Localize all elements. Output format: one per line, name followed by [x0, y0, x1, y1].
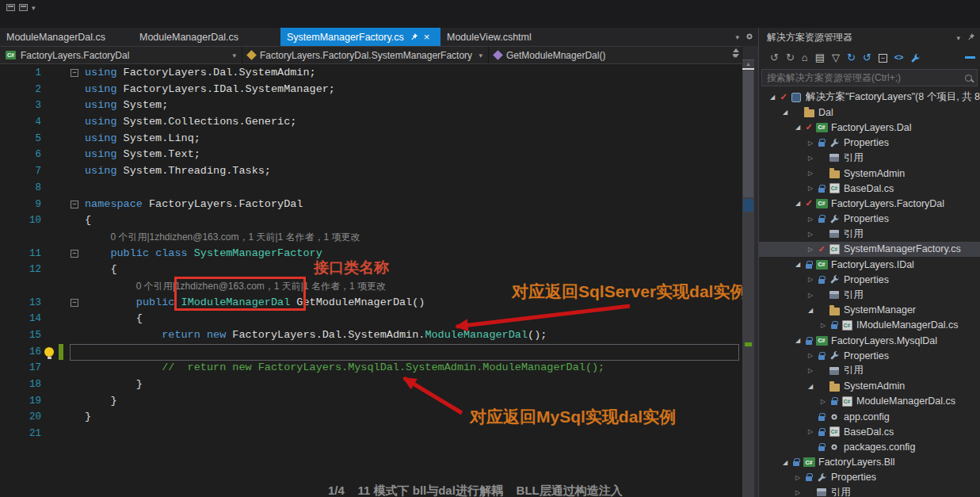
- line-number[interactable]: 4: [0, 114, 41, 131]
- line-number[interactable]: 12: [0, 262, 41, 278]
- expander-closed-icon[interactable]: ▷: [805, 231, 816, 238]
- sync-with-active-document-icon[interactable]: ↻: [847, 52, 856, 63]
- tree-item-properties[interactable]: ▷Properties: [759, 470, 980, 485]
- line-number[interactable]: 13: [0, 295, 41, 312]
- tree-item-systemadmin[interactable]: ◢SystemAdmin: [759, 379, 980, 394]
- line-number[interactable]: 10: [0, 212, 41, 229]
- fold-collapse-icon[interactable]: −: [71, 299, 78, 307]
- expander-closed-icon[interactable]: ▷: [805, 428, 816, 435]
- tree-item-row-4[interactable]: ▷引用: [759, 151, 980, 166]
- tab-modulemanagerdal-cs[interactable]: ModuleManagerDal.cs: [133, 28, 280, 46]
- expander-closed-icon[interactable]: ▷: [805, 155, 816, 162]
- scrollbar-up-arrow-icon[interactable]: ▲: [742, 61, 754, 67]
- tab-overflow-chevron-icon[interactable]: ▾: [735, 33, 739, 41]
- line-number[interactable]: 1: [0, 65, 41, 82]
- window-icon[interactable]: [6, 4, 15, 11]
- line-number[interactable]: 17: [0, 360, 41, 377]
- expander-closed-icon[interactable]: ▷: [792, 489, 803, 496]
- scrollbar-split-handle[interactable]: [742, 46, 754, 60]
- code-line-4[interactable]: 4using System.Collections.Generic;: [0, 114, 742, 131]
- expander-open-icon[interactable]: ◢: [780, 459, 791, 466]
- tree-item-systemmanager[interactable]: ◢SystemManager: [759, 303, 980, 318]
- code-line-16[interactable]: 16: [0, 344, 742, 361]
- search-icon[interactable]: [965, 75, 972, 82]
- code-line-10[interactable]: 10{: [0, 212, 742, 229]
- expander-open-icon[interactable]: ◢: [792, 124, 803, 131]
- code-line-8[interactable]: 8: [0, 180, 742, 197]
- collapse-all-icon[interactable]: −: [879, 54, 887, 63]
- code-line-9[interactable]: 9−namespace FactoryLayers.FactoryDal: [0, 197, 742, 213]
- gear-icon[interactable]: [745, 30, 754, 44]
- code-line-17[interactable]: 17 // return new FactoryLayers.MysqlDal.…: [0, 360, 742, 377]
- tree-item-row-18[interactable]: ▷引用: [759, 363, 980, 378]
- search-box[interactable]: [761, 69, 978, 86]
- expander-open-icon[interactable]: ◢: [780, 109, 791, 116]
- tree-item-properties[interactable]: ▷Properties: [759, 136, 980, 151]
- line-number[interactable]: 6: [0, 147, 41, 163]
- refresh-icon[interactable]: ↺: [863, 52, 871, 63]
- tree-item-systemmanagerfactory.cs[interactable]: ▷✓C#SystemManagerFactory.cs: [759, 242, 980, 257]
- expander-closed-icon[interactable]: ▷: [805, 246, 816, 253]
- show-all-files-icon[interactable]: ▤: [815, 52, 825, 63]
- expander-open-icon[interactable]: ◢: [805, 307, 816, 314]
- expander-closed-icon[interactable]: ▷: [818, 398, 829, 405]
- tree-item-factorylayers.mysqldal[interactable]: ◢C#FactoryLayers.MysqlDal: [759, 333, 980, 348]
- code-line-15[interactable]: 15 return new FactoryLayers.Dal.SystemAd…: [0, 327, 742, 344]
- pin-icon[interactable]: [410, 32, 418, 41]
- tree-item-properties[interactable]: ▷Properties: [759, 272, 980, 287]
- chevron-down-icon[interactable]: ▾: [956, 34, 960, 42]
- code-editor[interactable]: 1−using FactoryLayers.Dal.SystemAdmin;2u…: [0, 64, 742, 497]
- line-number[interactable]: 14: [0, 311, 41, 327]
- code-line-14[interactable]: 14 {: [0, 311, 742, 327]
- tree-item-app.config[interactable]: app.config: [759, 409, 980, 424]
- solution-explorer-search-input[interactable]: [767, 72, 965, 83]
- tree-item-properties[interactable]: ▷Properties: [759, 212, 980, 227]
- tab-moduleview-cshtml[interactable]: ModuleView.cshtml: [440, 28, 545, 46]
- tree-item-row-9[interactable]: ▷引用: [759, 227, 980, 242]
- line-number[interactable]: 21: [0, 426, 41, 442]
- tree-item-factorylayers.dal[interactable]: ◢✓C#FactoryLayers.Dal: [759, 120, 980, 135]
- editor-split-handle[interactable]: [733, 48, 739, 58]
- expander-closed-icon[interactable]: ▷: [805, 216, 816, 223]
- tab-systemmanagerfactory-cs[interactable]: SystemManagerFactory.cs×: [280, 28, 440, 46]
- expander-open-icon[interactable]: ◢: [792, 337, 803, 344]
- properties-icon[interactable]: [910, 53, 921, 63]
- expander-closed-icon[interactable]: ▷: [805, 292, 816, 299]
- line-number[interactable]: 16: [0, 344, 41, 361]
- tab-modulemanagerdal-cs[interactable]: ModuleManagerDal.cs: [0, 28, 133, 46]
- tree-item-dal[interactable]: ◢Dal: [759, 105, 980, 120]
- tree-item-factorylayers.idal[interactable]: ◢C#FactoryLayers.IDal: [759, 257, 980, 272]
- code-line-2[interactable]: 2using FactoryLayers.IDal.SystemManager;: [0, 82, 742, 98]
- tree-item-factorylayers.factorydal[interactable]: ◢✓C#FactoryLayers.FactoryDal: [759, 196, 980, 211]
- fold-collapse-icon[interactable]: −: [71, 201, 78, 208]
- line-number[interactable]: 5: [0, 131, 41, 147]
- expander-closed-icon[interactable]: ▷: [792, 474, 803, 481]
- pin-icon[interactable]: [967, 32, 975, 44]
- expander-closed-icon[interactable]: ▷: [805, 140, 816, 147]
- tree-item-modulemanagerdal.cs[interactable]: ▷C#ModuleManagerDal.cs: [759, 394, 980, 409]
- tree-item-basedal.cs[interactable]: ▷C#BaseDal.cs: [759, 424, 980, 439]
- tree-item-factorylayers-8-8[interactable]: ◢✓解决方案"FactoryLayers"(8 个项目, 共 8 个项目): [759, 90, 980, 105]
- code-line-21[interactable]: 21: [0, 426, 742, 442]
- line-number[interactable]: 3: [0, 97, 41, 114]
- line-number[interactable]: 2: [0, 82, 41, 98]
- code-line-5[interactable]: 5using System.Linq;: [0, 131, 742, 147]
- tree-item-systemadmin[interactable]: ▷SystemAdmin: [759, 166, 980, 181]
- tree-item-factorylayers.bll[interactable]: ◢C#FactoryLayers.Bll: [759, 455, 980, 470]
- tree-item-properties[interactable]: ▷Properties: [759, 348, 980, 363]
- scrollbar-thumb[interactable]: [743, 71, 753, 197]
- expander-closed-icon[interactable]: ▷: [805, 367, 816, 374]
- expander-closed-icon[interactable]: ▷: [818, 322, 829, 329]
- expander-closed-icon[interactable]: ▷: [805, 352, 816, 359]
- code-line-18[interactable]: 18 }: [0, 377, 742, 393]
- breadcrumb-type-dropdown[interactable]: FactoryLayers.FactoryDal.SystemManagerFa…: [242, 46, 489, 64]
- line-number[interactable]: 18: [0, 377, 41, 393]
- expander-open-icon[interactable]: ◢: [767, 94, 778, 101]
- close-icon[interactable]: ×: [424, 32, 430, 42]
- line-number[interactable]: 20: [0, 409, 41, 426]
- breadcrumb-member-dropdown[interactable]: GetModuleMnagerDal() ▾: [489, 46, 742, 64]
- back-icon[interactable]: ↺: [770, 52, 779, 63]
- line-number[interactable]: 8: [0, 180, 41, 197]
- fold-collapse-icon[interactable]: −: [71, 69, 78, 77]
- line-number[interactable]: 15: [0, 327, 41, 344]
